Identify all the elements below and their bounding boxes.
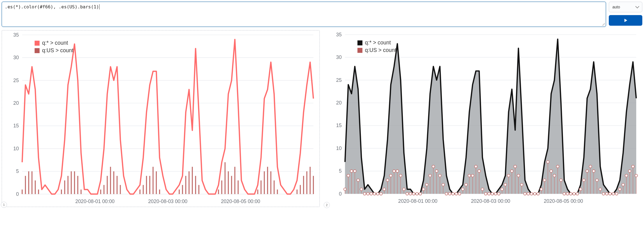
- svg-rect-57: [228, 171, 229, 194]
- svg-rect-51: [192, 167, 193, 194]
- svg-text:0: 0: [339, 191, 342, 197]
- charts-row: 051015202530352020-08-01 00:002020-08-03…: [2, 30, 642, 207]
- svg-point-260: [609, 192, 611, 195]
- svg-rect-43: [149, 176, 150, 194]
- svg-point-176: [471, 174, 474, 177]
- svg-point-160: [445, 192, 448, 195]
- svg-rect-47: [179, 190, 180, 194]
- svg-rect-279: [357, 48, 363, 53]
- svg-point-146: [422, 188, 425, 190]
- run-button[interactable]: [609, 15, 642, 26]
- svg-text:2020-08-03 00:00: 2020-08-03 00:00: [148, 199, 188, 204]
- svg-point-98: [344, 188, 346, 190]
- svg-point-190: [494, 192, 497, 195]
- svg-text:35: 35: [336, 32, 342, 37]
- svg-point-230: [560, 179, 562, 181]
- svg-point-100: [347, 174, 349, 177]
- chart-index-badge: 1: [1, 202, 7, 208]
- svg-rect-59: [234, 167, 235, 194]
- svg-rect-33: [100, 190, 101, 194]
- svg-point-186: [488, 192, 490, 195]
- svg-rect-24: [35, 180, 36, 194]
- timelion-expression-input[interactable]: .es(*).color(#f66), .es(US).bars(1): [2, 2, 606, 27]
- svg-point-232: [563, 192, 565, 195]
- svg-point-184: [484, 192, 487, 195]
- svg-rect-48: [182, 185, 183, 194]
- svg-point-214: [534, 192, 536, 195]
- svg-point-250: [592, 170, 595, 172]
- svg-point-234: [566, 192, 569, 195]
- svg-text:20: 20: [13, 100, 19, 106]
- chart-panel-1[interactable]: 051015202530352020-08-01 00:002020-08-03…: [2, 30, 320, 207]
- svg-rect-35: [107, 176, 108, 194]
- svg-rect-52: [195, 176, 196, 194]
- svg-point-198: [507, 174, 510, 177]
- svg-point-174: [468, 174, 470, 177]
- svg-point-262: [612, 192, 614, 195]
- interval-select[interactable]: auto: [609, 2, 642, 12]
- svg-point-144: [419, 192, 422, 195]
- svg-rect-63: [264, 171, 265, 194]
- svg-point-258: [605, 192, 608, 195]
- svg-point-158: [442, 183, 444, 186]
- play-icon: [623, 18, 628, 23]
- svg-point-164: [452, 192, 454, 195]
- svg-rect-54: [218, 190, 219, 194]
- svg-point-180: [478, 170, 480, 172]
- svg-rect-38: [117, 176, 118, 194]
- svg-rect-42: [146, 176, 147, 194]
- svg-point-244: [583, 179, 585, 181]
- svg-point-114: [370, 192, 372, 195]
- svg-rect-50: [189, 171, 190, 194]
- svg-text:q:US > count: q:US > count: [42, 47, 74, 53]
- svg-rect-29: [71, 171, 72, 194]
- svg-point-124: [386, 179, 389, 181]
- svg-point-102: [350, 170, 353, 172]
- svg-text:10: 10: [336, 146, 342, 151]
- svg-rect-39: [120, 185, 121, 194]
- svg-text:30: 30: [13, 55, 19, 60]
- chevron-down-icon: [635, 4, 639, 8]
- svg-point-106: [357, 179, 359, 181]
- chart-panel-2[interactable]: 051015202530352020-08-01 00:002020-08-03…: [325, 30, 642, 207]
- svg-rect-61: [257, 190, 258, 194]
- svg-point-226: [553, 174, 556, 177]
- svg-rect-26: [61, 190, 62, 194]
- svg-point-256: [602, 192, 605, 195]
- chart-index-badge: 2: [324, 202, 330, 208]
- svg-point-206: [520, 183, 523, 186]
- svg-point-182: [481, 188, 484, 190]
- svg-rect-64: [267, 167, 268, 194]
- svg-point-218: [540, 188, 543, 190]
- svg-rect-34: [103, 185, 105, 194]
- svg-text:30: 30: [336, 54, 342, 60]
- query-side-controls: auto: [609, 2, 642, 26]
- svg-point-116: [373, 192, 376, 195]
- svg-rect-41: [143, 185, 144, 194]
- svg-rect-20: [22, 190, 23, 194]
- svg-text:q:* > count: q:* > count: [365, 40, 391, 46]
- svg-point-142: [416, 192, 418, 195]
- svg-text:35: 35: [13, 32, 19, 38]
- svg-text:25: 25: [13, 78, 19, 83]
- svg-point-194: [501, 188, 503, 190]
- svg-point-120: [380, 192, 382, 195]
- svg-point-204: [517, 174, 520, 177]
- text-caret: [99, 4, 102, 9]
- svg-point-108: [360, 188, 363, 190]
- svg-rect-70: [303, 176, 304, 194]
- svg-point-202: [514, 165, 516, 168]
- svg-text:25: 25: [336, 77, 342, 83]
- svg-point-126: [389, 174, 392, 177]
- svg-rect-55: [221, 180, 222, 194]
- svg-rect-22: [28, 171, 29, 194]
- svg-point-270: [625, 174, 628, 177]
- svg-point-224: [550, 170, 552, 172]
- svg-rect-67: [277, 190, 278, 194]
- svg-rect-36: [110, 167, 111, 194]
- svg-point-130: [396, 170, 399, 172]
- svg-rect-30: [74, 171, 75, 194]
- svg-point-266: [619, 188, 621, 190]
- svg-rect-72: [310, 167, 311, 194]
- svg-point-110: [363, 192, 366, 195]
